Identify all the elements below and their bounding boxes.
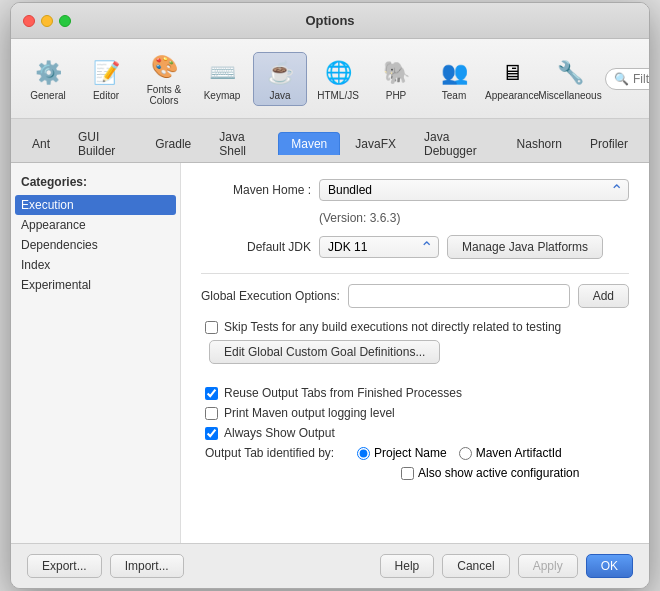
toolbar-fonts-colors[interactable]: 🎨 Fonts & Colors (137, 47, 191, 110)
main-panel: Maven Home : Bundled ⌃ (Version: 3.6.3) … (181, 163, 649, 543)
reuse-output-label: Reuse Output Tabs from Finished Processe… (224, 386, 462, 400)
print-maven-checkbox[interactable] (205, 407, 218, 420)
tab-profiler[interactable]: Profiler (577, 132, 641, 155)
maximize-button[interactable] (59, 15, 71, 27)
radio-artifact-id[interactable] (459, 447, 472, 460)
radio-project-label: Project Name (374, 446, 447, 460)
toolbar-fonts-colors-label: Fonts & Colors (143, 84, 185, 106)
general-icon: ⚙️ (32, 57, 64, 89)
skip-tests-checkbox[interactable] (205, 321, 218, 334)
tab-javafx[interactable]: JavaFX (342, 132, 409, 155)
footer: Export... Import... Help Cancel Apply OK (11, 543, 649, 588)
print-maven-label: Print Maven output logging level (224, 406, 395, 420)
php-icon: 🐘 (380, 57, 412, 89)
content-area: Categories: Execution Appearance Depende… (11, 163, 649, 543)
team-icon: 👥 (438, 57, 470, 89)
sidebar-item-dependencies[interactable]: Dependencies (11, 235, 180, 255)
radio-project-option: Project Name (357, 446, 447, 460)
edit-custom-goal-button[interactable]: Edit Global Custom Goal Definitions... (209, 340, 440, 364)
default-jdk-row: Default JDK JDK 11 ⌃ Manage Java Platfor… (201, 235, 629, 259)
toolbar-html-js[interactable]: 🌐 HTML/JS (311, 53, 365, 105)
help-button[interactable]: Help (380, 554, 435, 578)
output-tab-row: Output Tab identified by: Project Name M… (201, 446, 629, 460)
search-icon: 🔍 (614, 72, 629, 86)
toolbar-appearance-label: Appearance (485, 90, 539, 101)
radio-artifact-label: Maven ArtifactId (476, 446, 562, 460)
radio-artifact-option: Maven ArtifactId (459, 446, 562, 460)
cancel-button[interactable]: Cancel (442, 554, 509, 578)
version-text: (Version: 3.6.3) (319, 211, 629, 225)
toolbar-php-label: PHP (386, 90, 407, 101)
export-button[interactable]: Export... (27, 554, 102, 578)
tab-gui-builder[interactable]: GUI Builder (65, 125, 140, 162)
maven-home-row: Maven Home : Bundled ⌃ (201, 179, 629, 201)
maven-home-label: Maven Home : (201, 183, 311, 197)
toolbar-misc-label: Miscellaneous (538, 90, 601, 101)
sidebar-item-execution[interactable]: Execution (15, 195, 176, 215)
toolbar-editor[interactable]: 📝 Editor (79, 53, 133, 105)
also-show-row: Also show active configuration (201, 466, 629, 480)
minimize-button[interactable] (41, 15, 53, 27)
always-show-label: Always Show Output (224, 426, 335, 440)
search-input[interactable] (633, 72, 650, 86)
always-show-row: Always Show Output (201, 426, 629, 440)
jdk-select[interactable]: JDK 11 (319, 236, 439, 258)
misc-icon: 🔧 (554, 57, 586, 89)
ok-button[interactable]: OK (586, 554, 633, 578)
java-icon: ☕ (264, 57, 296, 89)
tab-java-debugger[interactable]: Java Debugger (411, 125, 502, 162)
window-title: Options (305, 13, 354, 28)
toolbar-java-label: Java (269, 90, 290, 101)
sidebar-item-index[interactable]: Index (11, 255, 180, 275)
toolbar-html-js-label: HTML/JS (317, 90, 359, 101)
skip-tests-label: Skip Tests for any build executions not … (224, 320, 561, 334)
toolbar-java[interactable]: ☕ Java (253, 52, 307, 106)
global-exec-label: Global Execution Options: (201, 289, 340, 303)
toolbar-keymap-label: Keymap (204, 90, 241, 101)
appearance-icon: 🖥 (496, 57, 528, 89)
toolbar-general[interactable]: ⚙️ General (21, 53, 75, 105)
toolbar-appearance[interactable]: 🖥 Appearance (485, 53, 539, 105)
also-show-label: Also show active configuration (418, 466, 579, 480)
global-exec-input[interactable] (348, 284, 570, 308)
manage-java-platforms-button[interactable]: Manage Java Platforms (447, 235, 603, 259)
toolbar: ⚙️ General 📝 Editor 🎨 Fonts & Colors ⌨️ … (11, 39, 649, 119)
toolbar-php[interactable]: 🐘 PHP (369, 53, 423, 105)
default-jdk-label: Default JDK (201, 240, 311, 254)
sidebar-item-experimental[interactable]: Experimental (11, 275, 180, 295)
print-maven-row: Print Maven output logging level (201, 406, 629, 420)
editor-icon: 📝 (90, 57, 122, 89)
reuse-output-checkbox[interactable] (205, 387, 218, 400)
radio-project-name[interactable] (357, 447, 370, 460)
search-box[interactable]: 🔍 ✕ (605, 68, 650, 90)
tab-maven[interactable]: Maven (278, 132, 340, 155)
also-show-checkbox[interactable] (401, 467, 414, 480)
tab-java-shell[interactable]: Java Shell (206, 125, 276, 162)
skip-tests-row: Skip Tests for any build executions not … (201, 320, 629, 334)
apply-button[interactable]: Apply (518, 554, 578, 578)
titlebar: Options (11, 3, 649, 39)
toolbar-keymap[interactable]: ⌨️ Keymap (195, 53, 249, 105)
global-exec-row: Global Execution Options: Add (201, 284, 629, 308)
jdk-select-wrapper: JDK 11 ⌃ (319, 236, 439, 258)
maven-home-select[interactable]: Bundled (319, 179, 629, 201)
tab-ant[interactable]: Ant (19, 132, 63, 155)
traffic-lights (23, 15, 71, 27)
reuse-output-row: Reuse Output Tabs from Finished Processe… (201, 386, 629, 400)
sidebar-title: Categories: (11, 173, 180, 195)
sidebar-item-appearance[interactable]: Appearance (11, 215, 180, 235)
divider-1 (201, 273, 629, 274)
edit-custom-goal-row: Edit Global Custom Goal Definitions... (205, 340, 629, 376)
import-button[interactable]: Import... (110, 554, 184, 578)
also-show-option: Also show active configuration (401, 466, 629, 480)
always-show-checkbox[interactable] (205, 427, 218, 440)
output-tab-label: Output Tab identified by: (205, 446, 345, 460)
tab-nashorn[interactable]: Nashorn (504, 132, 575, 155)
add-button[interactable]: Add (578, 284, 629, 308)
close-button[interactable] (23, 15, 35, 27)
toolbar-misc[interactable]: 🔧 Miscellaneous (543, 53, 597, 105)
toolbar-general-label: General (30, 90, 66, 101)
toolbar-team[interactable]: 👥 Team (427, 53, 481, 105)
fonts-colors-icon: 🎨 (148, 51, 180, 83)
tab-gradle[interactable]: Gradle (142, 132, 204, 155)
